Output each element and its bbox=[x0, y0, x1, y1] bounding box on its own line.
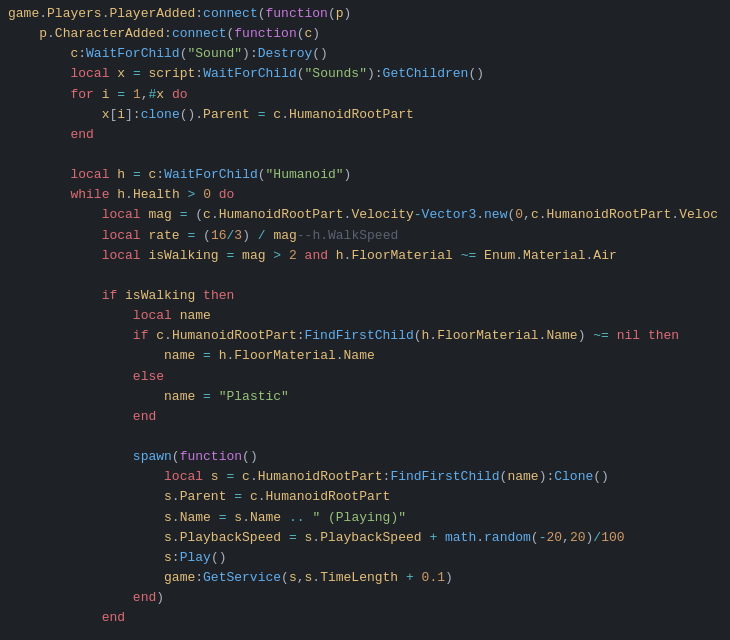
code-line-18: name = h.FloorMaterial.Name bbox=[0, 346, 730, 366]
code-line-7: end bbox=[0, 125, 730, 145]
code-line-12: local rate = (16/3) / mag--h.WalkSpeed bbox=[0, 226, 730, 246]
code-line-29: game:GetService(s,s.TimeLength + 0.1) bbox=[0, 568, 730, 588]
code-line-blank-2 bbox=[0, 266, 730, 286]
code-line-6: x[i]:clone().Parent = c.HumanoidRootPart bbox=[0, 105, 730, 125]
code-line-24: local s = c.HumanoidRootPart:FindFirstCh… bbox=[0, 467, 730, 487]
code-line-13: local isWalking = mag > 2 and h.FloorMat… bbox=[0, 246, 730, 266]
code-line-20: name = "Plastic" bbox=[0, 387, 730, 407]
code-line-31: end bbox=[0, 608, 730, 628]
code-line-23: spawn(function() bbox=[0, 447, 730, 467]
code-line-1: game.Players.PlayerAdded:connect(functio… bbox=[0, 4, 730, 24]
code-line-10: while h.Health > 0 do bbox=[0, 185, 730, 205]
code-line-16: local name bbox=[0, 306, 730, 326]
code-line-27: s.PlaybackSpeed = s.PlaybackSpeed + math… bbox=[0, 528, 730, 548]
code-line-blank-4 bbox=[0, 628, 730, 640]
code-line-9: local h = c:WaitForChild("Humanoid") bbox=[0, 165, 730, 185]
code-line-blank-1 bbox=[0, 145, 730, 165]
code-line-26: s.Name = s.Name .. " (Playing)" bbox=[0, 508, 730, 528]
code-line-blank-3 bbox=[0, 427, 730, 447]
code-line-15: if isWalking then bbox=[0, 286, 730, 306]
code-line-2: p.CharacterAdded:connect(function(c) bbox=[0, 24, 730, 44]
code-line-30: end) bbox=[0, 588, 730, 608]
code-editor: game.Players.PlayerAdded:connect(functio… bbox=[0, 0, 730, 640]
code-line-17: if c.HumanoidRootPart:FindFirstChild(h.F… bbox=[0, 326, 730, 346]
code-line-21: end bbox=[0, 407, 730, 427]
code-line-4: local x = script:WaitForChild("Sounds"):… bbox=[0, 64, 730, 84]
code-line-5: for i = 1,#x do bbox=[0, 85, 730, 105]
code-line-19: else bbox=[0, 367, 730, 387]
code-line-11: local mag = (c.HumanoidRootPart.Velocity… bbox=[0, 205, 730, 225]
code-line-25: s.Parent = c.HumanoidRootPart bbox=[0, 487, 730, 507]
code-line-28: s:Play() bbox=[0, 548, 730, 568]
code-line-3: c:WaitForChild("Sound"):Destroy() bbox=[0, 44, 730, 64]
